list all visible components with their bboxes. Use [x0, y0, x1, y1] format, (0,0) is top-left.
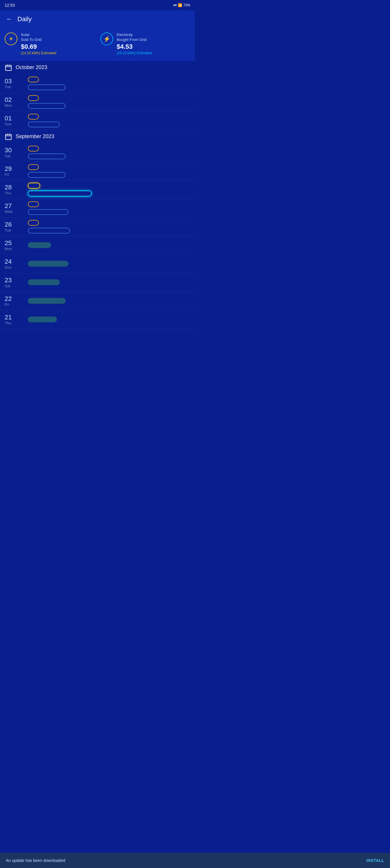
- elec-bar-wrap: [28, 209, 190, 215]
- september-month-header: September 2023: [0, 130, 195, 143]
- signal-icon: 📶: [178, 3, 182, 7]
- day-label: 27 Wed: [5, 203, 25, 214]
- list-item[interactable]: 01 Sun: [0, 112, 195, 130]
- day-number: 27: [5, 203, 25, 210]
- list-item[interactable]: 26 Tue: [0, 218, 195, 236]
- solar-bar-wrap: [28, 220, 190, 226]
- day-name: Thu: [5, 321, 25, 325]
- app-header: ← Daily: [0, 10, 195, 28]
- solar-bar: [28, 298, 66, 304]
- day-name: Sat: [5, 284, 25, 288]
- elec-bar: [28, 122, 60, 127]
- bars-container: [25, 164, 190, 178]
- solar-bar-wrap: [28, 279, 190, 285]
- day-name: Tue: [5, 228, 25, 232]
- list-item[interactable]: 24 Sun: [0, 255, 195, 273]
- solar-summary: ☀ Solar Sold To Grid $0.69 (14.10 kWh) E…: [5, 32, 95, 55]
- elec-bar: [28, 153, 66, 159]
- list-item[interactable]: 23 Sat: [0, 273, 195, 292]
- day-label: 01 Sun: [5, 115, 25, 126]
- day-number: 30: [5, 147, 25, 154]
- list-item[interactable]: 02 Mon: [0, 93, 195, 112]
- svg-rect-4: [5, 134, 11, 140]
- list-item[interactable]: 27 Wed: [0, 199, 195, 218]
- october-days-list: 03 Tue 02 Mon 01 Sun: [0, 74, 195, 130]
- status-icons: ▾▾ 📶 73%: [173, 3, 190, 7]
- bars-container: [25, 242, 190, 248]
- october-month-title: October 2023: [16, 64, 47, 70]
- bars-container: [25, 95, 190, 109]
- electricity-amount: $4.53: [117, 43, 152, 51]
- day-label: 22 Fri: [5, 295, 25, 307]
- day-number: 02: [5, 96, 25, 103]
- solar-label2: Sold To Grid: [21, 37, 56, 42]
- solar-bar-wrap: [28, 242, 190, 248]
- solar-bar: [28, 95, 39, 101]
- svg-rect-0: [5, 65, 11, 70]
- solar-bar: [28, 261, 68, 267]
- solar-bar: [28, 316, 57, 322]
- solar-bar: [28, 279, 60, 285]
- bars-container: [25, 183, 190, 197]
- elec-bar: [28, 191, 92, 196]
- electricity-icon: ⚡: [100, 32, 113, 45]
- solar-bar-wrap: [28, 316, 190, 322]
- day-label: 28 Thu: [5, 184, 25, 195]
- list-item[interactable]: 28 Thu: [0, 181, 195, 199]
- list-item[interactable]: 21 Thu: [0, 310, 195, 329]
- page-title: Daily: [18, 16, 32, 23]
- list-item[interactable]: 29 Fri: [0, 162, 195, 181]
- bars-container: [25, 279, 190, 285]
- elec-bar-wrap: [28, 172, 190, 178]
- day-number: 26: [5, 221, 25, 228]
- electricity-summary: ⚡ Electricity Bought From Grid $4.53 (16…: [100, 32, 190, 55]
- day-label: 25 Mon: [5, 240, 25, 251]
- day-label: 26 Tue: [5, 221, 25, 232]
- day-number: 29: [5, 165, 25, 172]
- bars-container: [25, 298, 190, 304]
- list-item[interactable]: 22 Fri: [0, 292, 195, 310]
- elec-bar: [28, 228, 70, 234]
- bars-container: [25, 145, 190, 160]
- electricity-sub: (16.10 kWh) Estimated: [117, 51, 152, 55]
- day-name: Fri: [5, 172, 25, 177]
- day-number: 21: [5, 314, 25, 321]
- solar-bar-wrap: [28, 164, 190, 170]
- elec-bar-wrap: [28, 153, 190, 160]
- battery-icon: 73%: [183, 3, 190, 7]
- day-label: 02 Mon: [5, 96, 25, 107]
- day-name: Sat: [5, 154, 25, 158]
- day-name: Sun: [5, 265, 25, 270]
- summary-card: ☀ Solar Sold To Grid $0.69 (14.10 kWh) E…: [0, 28, 195, 61]
- day-name: Mon: [5, 247, 25, 251]
- back-button[interactable]: ←: [5, 14, 14, 24]
- solar-bar-wrap: [28, 298, 190, 304]
- day-name: Fri: [5, 302, 25, 307]
- elec-bar-wrap: [28, 103, 190, 109]
- solar-bar-wrap: [28, 95, 190, 101]
- bars-container: [25, 220, 190, 234]
- electricity-info: Electricity Bought From Grid $4.53 (16.1…: [117, 32, 152, 55]
- day-name: Tue: [5, 85, 25, 89]
- day-number: 24: [5, 258, 25, 265]
- solar-bar: [28, 146, 39, 151]
- list-item[interactable]: 30 Sat: [0, 143, 195, 162]
- solar-bar: [28, 183, 40, 189]
- solar-bar: [28, 114, 39, 120]
- solar-sub: (14.10 kWh) Estimated: [21, 51, 56, 55]
- electricity-label2: Bought From Grid: [117, 37, 152, 42]
- day-number: 03: [5, 78, 25, 85]
- bars-container: [25, 76, 190, 91]
- day-label: 29 Fri: [5, 165, 25, 177]
- list-item[interactable]: 25 Mon: [0, 236, 195, 255]
- bars-container: [25, 316, 190, 322]
- list-item[interactable]: 03 Tue: [0, 74, 195, 93]
- back-arrow-icon: ←: [6, 16, 12, 23]
- day-label: 21 Thu: [5, 314, 25, 325]
- solar-label1: Solar: [21, 32, 56, 37]
- solar-bar: [28, 202, 39, 207]
- solar-bar: [28, 76, 39, 83]
- solar-bar-wrap: [28, 114, 190, 120]
- elec-bar-wrap: [28, 227, 190, 234]
- day-label: 03 Tue: [5, 78, 25, 89]
